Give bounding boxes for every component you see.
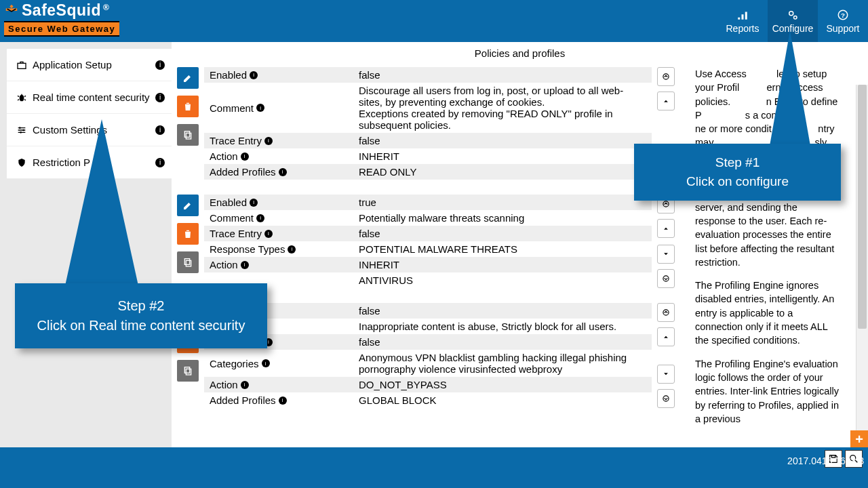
delete-button[interactable]	[177, 223, 199, 245]
help-paragraph: Use Access les to setup your Profil erne…	[695, 67, 840, 150]
delete-button[interactable]	[177, 96, 199, 117]
field-value: false	[353, 67, 652, 83]
callout-body: Click on Real time content security	[37, 318, 245, 333]
field-value: false	[353, 334, 652, 350]
move-down-button[interactable]	[657, 245, 675, 264]
edit-button[interactable]	[177, 195, 199, 216]
help-panel: Use Access les to setup your Profil erne…	[692, 64, 845, 447]
info-icon[interactable]: i	[279, 396, 287, 405]
info-icon[interactable]: i	[155, 158, 165, 167]
info-icon[interactable]: i	[288, 245, 296, 253]
move-top-button[interactable]	[657, 67, 675, 86]
info-icon[interactable]: i	[241, 261, 249, 269]
info-icon[interactable]: i	[256, 104, 264, 112]
move-bottom-button[interactable]	[657, 389, 675, 408]
field-value: POTENTIAL MALWARE THREATS	[353, 241, 652, 257]
field-label: Comment	[210, 102, 254, 114]
chart-icon	[736, 9, 749, 21]
edit-button[interactable]	[177, 67, 199, 89]
info-icon[interactable]: i	[262, 359, 270, 367]
scroll-thumb[interactable]	[858, 85, 867, 329]
field-value: Inappropriate content is abuse, Strictly…	[353, 319, 652, 334]
sidebar-item-application-setup[interactable]: Application Setup i	[7, 49, 172, 81]
move-up-button[interactable]	[657, 219, 675, 238]
info-icon[interactable]: i	[264, 230, 273, 238]
svg-point-2	[794, 16, 797, 19]
footer: 2017.0415.1633.3	[0, 447, 868, 488]
svg-point-16	[663, 276, 669, 281]
svg-text:?: ?	[841, 11, 845, 18]
info-icon[interactable]: i	[241, 152, 249, 161]
svg-rect-10	[186, 133, 191, 139]
field-label: Added Profiles	[210, 394, 276, 406]
field-label: Enabled	[210, 197, 247, 208]
field-label: Added Profiles	[210, 166, 276, 178]
help-icon: ?	[837, 9, 849, 21]
policy-list: Enabledifalse CommentiDiscourage all use…	[177, 64, 686, 447]
info-icon[interactable]: i	[155, 60, 165, 70]
svg-point-9	[20, 131, 22, 134]
nav-support[interactable]: ? Support	[818, 0, 868, 42]
field-label: Trace Entry	[210, 135, 262, 146]
callout-title: Step #2	[118, 298, 165, 314]
info-icon[interactable]: i	[264, 137, 273, 145]
policy-entry: Enableditrue CommentiPotentially malware…	[177, 195, 686, 288]
svg-rect-17	[186, 369, 191, 375]
svg-point-6	[20, 95, 24, 101]
field-value: false	[353, 303, 652, 319]
callout-step1: Step #1 Click on configure	[634, 144, 841, 201]
svg-rect-18	[184, 367, 189, 373]
scrollbar[interactable]: ▾	[856, 85, 868, 447]
sidebar-item-realtime-security[interactable]: Real time content security i	[7, 81, 172, 114]
briefcase-icon	[16, 60, 27, 70]
info-icon[interactable]: i	[155, 125, 165, 135]
svg-rect-14	[184, 259, 189, 265]
field-value: Potentially malware threats scanning	[353, 210, 652, 226]
field-value: Discourage all users from log in, post, …	[353, 83, 652, 133]
version-label: 2017.0415.1633.3	[787, 455, 864, 466]
field-value: Anonymous VPN blacklist gambling hacking…	[353, 350, 652, 377]
field-label: Categories	[210, 358, 259, 369]
info-icon[interactable]: i	[155, 93, 165, 102]
sidebar-item-label: Real time content security	[33, 92, 150, 103]
callout-step2: Step #2 Click on Real time content secur…	[15, 283, 267, 348]
nav-reports[interactable]: Reports	[717, 0, 768, 42]
field-value: false	[353, 226, 652, 241]
copy-button[interactable]	[177, 124, 199, 146]
content-area: Policies and profiles Enabledifalse Comm…	[172, 42, 868, 447]
field-value: true	[353, 195, 652, 210]
copy-button[interactable]	[177, 360, 199, 382]
move-up-button[interactable]	[657, 92, 675, 110]
info-icon[interactable]: i	[256, 214, 264, 222]
info-icon[interactable]: i	[279, 168, 287, 176]
shield-icon	[16, 157, 27, 168]
svg-point-12	[663, 74, 669, 79]
field-value: false	[353, 133, 652, 148]
move-bottom-button[interactable]	[657, 269, 675, 288]
logo-block: SafeSquid ® Secure Web Gateway	[0, 0, 123, 37]
info-icon[interactable]: i	[250, 71, 258, 79]
callout-body: Click on configure	[686, 174, 789, 189]
info-icon[interactable]: i	[241, 381, 249, 389]
help-paragraph: The Profiling Engine ignores disabled en…	[695, 279, 840, 347]
move-up-button[interactable]	[657, 327, 675, 346]
svg-point-8	[22, 129, 24, 131]
add-policy-button[interactable]: +	[850, 430, 868, 447]
nav-support-label: Support	[826, 23, 859, 34]
brand-reg: ®	[103, 3, 109, 12]
field-value: GLOBAL BLOCK	[353, 392, 652, 408]
move-top-button[interactable]	[657, 303, 675, 322]
field-label: Action	[210, 379, 238, 390]
field-value: INHERIT	[353, 257, 652, 272]
callout-title: Step #1	[715, 155, 760, 170]
info-icon[interactable]: i	[250, 199, 258, 207]
sidebar-item-label: Application Setup	[33, 59, 112, 70]
callout-arrow	[770, 30, 810, 146]
copy-button[interactable]	[177, 251, 199, 273]
svg-point-1	[789, 11, 793, 15]
policy-entry: Enabledifalse CommentiDiscourage all use…	[177, 67, 686, 180]
brand-tagline: Secure Web Gateway	[4, 21, 119, 37]
bug-icon	[4, 3, 19, 18]
bug-icon	[16, 92, 27, 103]
move-down-button[interactable]	[657, 365, 675, 384]
